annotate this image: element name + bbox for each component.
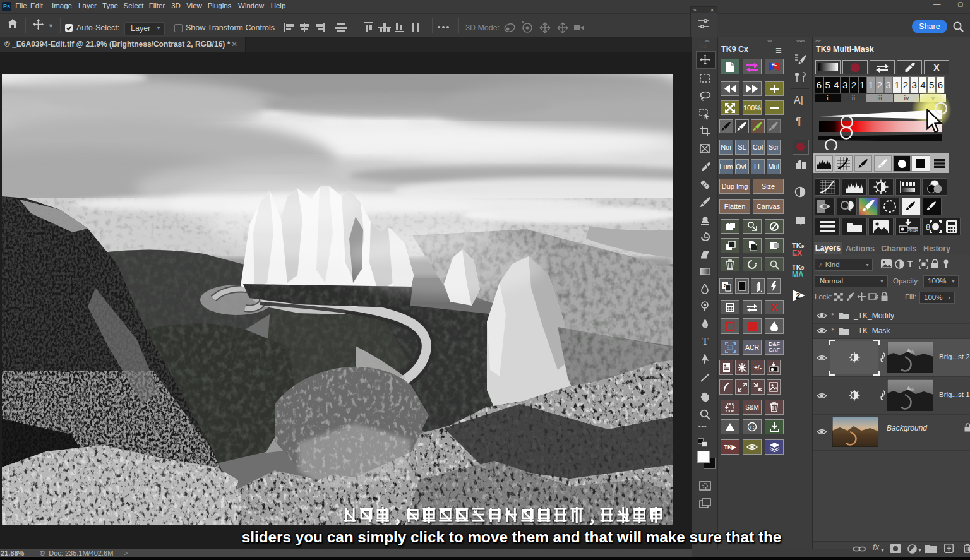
svg-text:±: ± (725, 405, 729, 412)
svg-text:C: C (750, 424, 755, 431)
svg-text:2: 2 (796, 291, 800, 301)
svg-text:T: T (702, 336, 709, 347)
svg-text:Save: Save (907, 228, 918, 232)
svg-text:+/-: +/- (772, 63, 777, 67)
